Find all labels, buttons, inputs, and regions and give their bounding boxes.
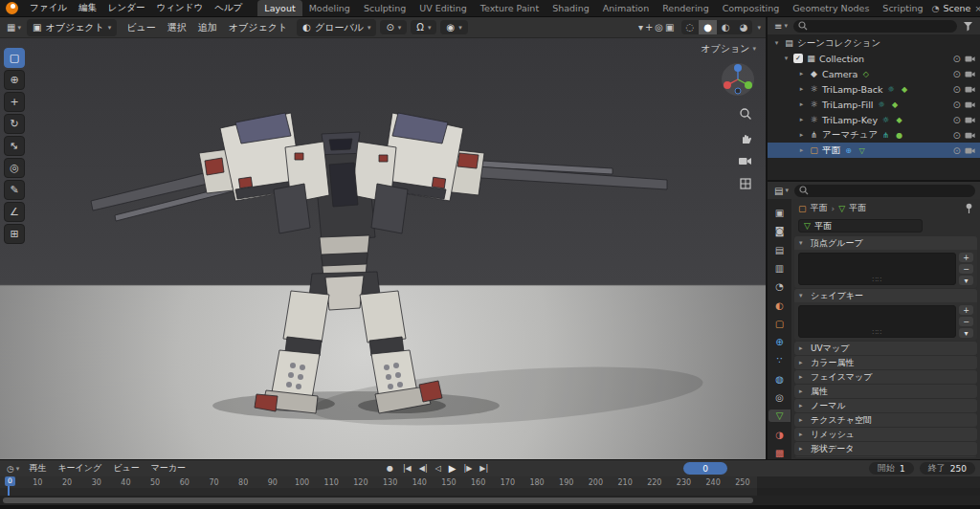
unlink-scene-button[interactable]: × bbox=[974, 4, 980, 13]
workspace-uv-editing[interactable]: UV Editing bbox=[412, 0, 474, 17]
material-tab[interactable]: ◑ bbox=[768, 428, 791, 440]
zoom-icon[interactable] bbox=[739, 107, 752, 121]
blender-logo-icon[interactable] bbox=[6, 2, 18, 14]
timeline-track-area[interactable]: 1020304050607080901001101201301401501601… bbox=[0, 476, 980, 496]
render-menu[interactable]: レンダー bbox=[102, 2, 151, 14]
annotate-tool[interactable]: ✎ bbox=[4, 180, 25, 200]
editor-type-button[interactable]: ▦ ▾ bbox=[5, 22, 23, 33]
list-box[interactable]: ∷∷ bbox=[798, 305, 956, 338]
texture-tab[interactable]: ▩ bbox=[768, 447, 791, 459]
properties-search-input[interactable] bbox=[794, 185, 975, 197]
workspace-layout[interactable]: Layout bbox=[257, 0, 301, 17]
prev-keyframe-button[interactable]: ◀| bbox=[415, 464, 432, 473]
expand-arrow-icon[interactable]: ▸ bbox=[797, 146, 806, 154]
toggle-ortho-grid-icon[interactable] bbox=[739, 177, 752, 190]
edit-menu[interactable]: 編集 bbox=[73, 2, 102, 14]
solid-shading-button[interactable]: ● bbox=[699, 20, 717, 34]
render-tab[interactable]: ◙ bbox=[768, 225, 791, 237]
workspace-compositing[interactable]: Compositing bbox=[716, 0, 787, 17]
pin-icon[interactable] bbox=[965, 203, 973, 214]
workspace-modeling[interactable]: Modeling bbox=[302, 0, 357, 17]
tool-tab[interactable]: ▣ bbox=[768, 207, 791, 219]
outliner-scene-collection[interactable]: ▾ ✓ ▤ シーンコレクション ⊙ bbox=[768, 35, 980, 51]
particles-tab[interactable]: ∵ bbox=[768, 354, 791, 366]
workspace-texture-paint[interactable]: Texture Paint bbox=[474, 0, 546, 17]
scene-selector[interactable]: ◔ Scene × bbox=[932, 3, 980, 13]
outliner-trilamp-back[interactable]: ▸ ✓ ☼ TriLamp-Back ☼ ◆ ⊙ bbox=[768, 81, 980, 97]
cursor-tool[interactable]: ⊕ bbox=[4, 70, 25, 90]
list-box[interactable]: ∷∷ bbox=[798, 253, 956, 285]
timeline-scrollbar[interactable] bbox=[3, 498, 753, 503]
outliner-camera[interactable]: ▸ ✓ ◆ Camera ◇ ⊙ bbox=[768, 66, 980, 81]
breadcrumb-object[interactable]: 平面 bbox=[811, 202, 828, 214]
disable-in-render-toggle-icon[interactable] bbox=[965, 55, 975, 63]
hide-in-viewport-toggle-icon[interactable]: ⊙ bbox=[953, 115, 961, 125]
timeline-editor-button[interactable]: ◷ ▾ bbox=[5, 464, 21, 474]
outliner-trilamp-fill[interactable]: ▸ ✓ ☼ TriLamp-Fill ☼ ◆ ⊙ bbox=[768, 97, 980, 112]
snap-selector[interactable]: Ω ▾ bbox=[411, 20, 436, 34]
scene-tab[interactable]: ◔ bbox=[768, 280, 791, 293]
file-menu[interactable]: ファイル bbox=[24, 2, 73, 14]
specials-menu-button[interactable]: ▾ bbox=[959, 328, 973, 338]
select-box-tool[interactable]: ▢ bbox=[4, 48, 25, 68]
hide-in-viewport-toggle-icon[interactable]: ⊙ bbox=[953, 54, 961, 64]
overlays-toggle-icon[interactable]: ◎ bbox=[654, 22, 664, 33]
panel-header[interactable]: 形状データ bbox=[794, 442, 977, 455]
hide-in-viewport-toggle-icon[interactable]: ⊙ bbox=[953, 130, 961, 141]
view-menu[interactable]: ビュー bbox=[121, 21, 161, 34]
wireframe-shading-button[interactable]: ◌ bbox=[681, 20, 700, 34]
outliner-armature[interactable]: ▸ ✓ ⋔ アーマチュア ⋔ ● ⊙ bbox=[768, 127, 980, 143]
hide-in-viewport-toggle-icon[interactable]: ⊙ bbox=[953, 69, 961, 79]
panel-header[interactable]: テクスチャ空間 bbox=[794, 413, 977, 427]
hide-in-viewport-toggle-icon[interactable]: ⊙ bbox=[953, 100, 961, 110]
keying-menu[interactable]: キーイング bbox=[52, 462, 107, 475]
frame-end-field[interactable]: 終了 250 bbox=[920, 462, 975, 475]
panel-header[interactable]: ノーマル bbox=[794, 399, 977, 412]
world-tab[interactable]: ◐ bbox=[768, 299, 791, 311]
marker-menu[interactable]: マーカー bbox=[145, 462, 191, 475]
mode-selector[interactable]: ▣ オブジェクト ▾ bbox=[27, 19, 117, 36]
expand-arrow-icon[interactable]: ▾ bbox=[782, 55, 791, 62]
playback-menu[interactable]: 再生 bbox=[23, 462, 52, 475]
disable-in-render-toggle-icon[interactable] bbox=[965, 131, 975, 140]
collection-checkbox[interactable]: ✓ bbox=[793, 54, 803, 63]
outliner-trilamp-key[interactable]: ▸ ✓ ☼ TriLamp-Key ☼ ◆ ⊙ bbox=[768, 112, 980, 127]
add-menu[interactable]: 追加 bbox=[192, 21, 223, 34]
disable-in-render-toggle-icon[interactable] bbox=[965, 146, 975, 155]
play-reverse-button[interactable]: ◁ bbox=[432, 464, 445, 473]
camera-view-icon[interactable] bbox=[738, 155, 752, 166]
pivot-point-selector[interactable]: ⊙ ▾ bbox=[380, 20, 407, 34]
panel-header[interactable]: フェイスマップ bbox=[794, 370, 977, 384]
resize-grip-icon[interactable]: ∷∷ bbox=[872, 328, 881, 337]
play-button[interactable]: ▶ bbox=[445, 463, 460, 474]
breadcrumb-data[interactable]: 平面 bbox=[849, 202, 866, 214]
object-tab[interactable]: ▢ bbox=[768, 318, 791, 330]
auto-keying-toggle[interactable]: ● bbox=[383, 464, 397, 473]
transform-tool[interactable]: ◎ bbox=[4, 158, 25, 178]
gizmos-toggle-icon[interactable]: + bbox=[644, 22, 654, 33]
expand-arrow-icon[interactable]: ▾ bbox=[772, 39, 781, 47]
expand-arrow-icon[interactable]: ▸ bbox=[797, 131, 806, 139]
hide-in-viewport-toggle-icon[interactable]: ⊙ bbox=[953, 84, 961, 95]
constraints-tab[interactable]: ◎ bbox=[768, 391, 791, 404]
mesh-datablock-selector[interactable]: ▽ 平面 bbox=[798, 219, 923, 232]
panel-header[interactable]: 頂点グループ bbox=[794, 236, 977, 250]
shading-dropdown-icon[interactable]: ▾ bbox=[757, 24, 761, 32]
disable-in-render-toggle-icon[interactable] bbox=[965, 85, 975, 94]
window-menu[interactable]: ウィンドウ bbox=[151, 2, 210, 14]
xray-toggle-icon[interactable]: ▣ bbox=[664, 22, 675, 33]
outliner-editor-button[interactable]: ≡ ▾ bbox=[772, 21, 790, 32]
navigation-gizmo[interactable] bbox=[720, 61, 756, 100]
panel-header[interactable]: UVマップ bbox=[794, 342, 977, 355]
remove-item-button[interactable]: − bbox=[959, 317, 973, 326]
properties-editor-button[interactable]: ▤ ▾ bbox=[772, 186, 791, 196]
selectability-visibility-dropdown-icon[interactable]: ▾ bbox=[637, 22, 644, 33]
add-item-button[interactable]: + bbox=[959, 253, 973, 262]
panel-header[interactable]: リメッシュ bbox=[794, 428, 977, 441]
add-item-button[interactable]: + bbox=[959, 305, 973, 315]
workspace-animation[interactable]: Animation bbox=[596, 0, 656, 17]
material-shading-button[interactable]: ◐ bbox=[717, 20, 735, 34]
playhead[interactable]: 0 bbox=[8, 476, 10, 496]
object-menu[interactable]: オブジェクト bbox=[223, 21, 293, 34]
transform-orientation-selector[interactable]: ◐ グローバル ▾ bbox=[297, 19, 376, 36]
